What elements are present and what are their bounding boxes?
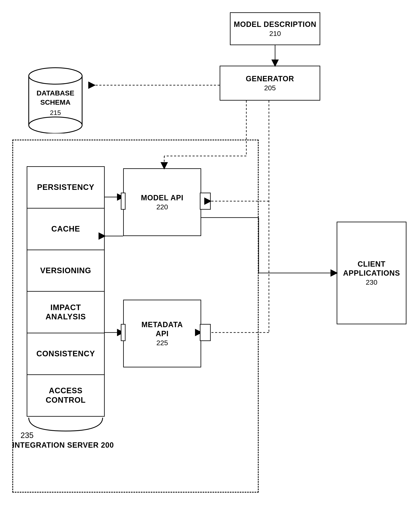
- module-impact-analysis: IMPACTANALYSIS: [27, 292, 104, 333]
- model-description-label: MODEL DESCRIPTION: [234, 20, 316, 29]
- module-access-control: ACCESSCONTROL: [27, 375, 104, 417]
- model-description-number: 210: [269, 30, 281, 38]
- module-consistency: CONSISTENCY: [27, 333, 104, 375]
- curly-brace: [27, 417, 105, 434]
- module-impact-label: IMPACTANALYSIS: [45, 303, 86, 322]
- module-access-control-label: ACCESSCONTROL: [46, 386, 86, 405]
- model-api-number: 220: [157, 203, 168, 211]
- integration-server-label: 235: [20, 431, 34, 440]
- svg-point-2: [29, 68, 82, 84]
- module-cache: CACHE: [27, 209, 104, 250]
- svg-point-1: [29, 117, 82, 133]
- database-schema: DATABASE SCHEMA 215: [27, 64, 84, 133]
- metadata-api-box: METADATAAPI 225: [123, 300, 201, 367]
- metadata-api-label: METADATAAPI: [141, 320, 183, 338]
- module-versioning: VERSIONING: [27, 250, 104, 292]
- generator-number: 205: [264, 84, 276, 92]
- client-apps-label: CLIENTAPPLICATIONS: [343, 260, 400, 277]
- integration-server-name: INTEGRATION SERVER 200: [12, 441, 114, 449]
- module-persistency: PERSISTENCY: [27, 167, 104, 209]
- generator-box: GENERATOR 205: [220, 66, 320, 101]
- svg-text:215: 215: [50, 109, 61, 116]
- model-api-label: MODEL API: [141, 193, 183, 202]
- metadata-api-number: 225: [157, 339, 168, 347]
- module-versioning-label: VERSIONING: [40, 266, 91, 275]
- module-cache-label: CACHE: [51, 224, 80, 234]
- modules-container: PERSISTENCY CACHE VERSIONING IMPACTANALY…: [27, 166, 105, 417]
- generator-label: GENERATOR: [246, 74, 294, 83]
- database-cylinder-svg: DATABASE SCHEMA 215: [27, 64, 84, 133]
- client-apps-number: 230: [366, 278, 377, 286]
- client-applications-box: CLIENTAPPLICATIONS 230: [337, 222, 406, 324]
- curly-brace-svg: [27, 417, 105, 433]
- model-api-box: MODEL API 220: [123, 168, 201, 236]
- module-consistency-label: CONSISTENCY: [36, 349, 95, 358]
- diagram-container: MODEL DESCRIPTION 210 GENERATOR 205 DATA…: [0, 0, 420, 524]
- module-persistency-label: PERSISTENCY: [37, 183, 94, 192]
- model-description-box: MODEL DESCRIPTION 210: [230, 12, 320, 45]
- integration-server-number: 235: [20, 431, 34, 440]
- svg-text:SCHEMA: SCHEMA: [40, 98, 70, 106]
- svg-text:DATABASE: DATABASE: [36, 89, 74, 97]
- integration-server-text: INTEGRATION SERVER 200: [12, 441, 114, 449]
